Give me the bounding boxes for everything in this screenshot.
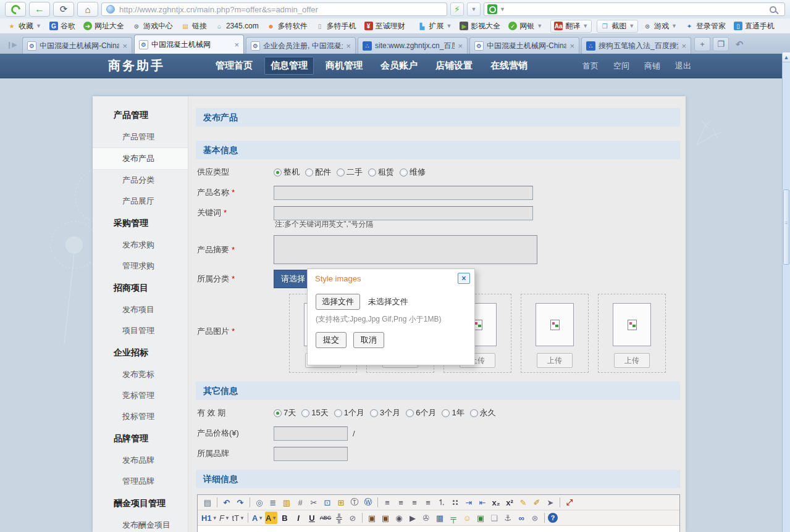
supply-type-option[interactable]: 配件 <box>305 167 331 178</box>
bookmark-item[interactable]: ★收藏▼ <box>7 21 41 31</box>
radio-icon[interactable] <box>274 409 282 417</box>
nav-item-在线营销[interactable]: 在线营销 <box>484 57 534 75</box>
radio-icon[interactable] <box>406 409 414 417</box>
search-input[interactable]: ▼ <box>484 2 785 16</box>
paste-word-icon[interactable]: Ⓦ <box>362 496 374 509</box>
supply-type-option[interactable]: 二手 <box>337 167 363 178</box>
ordered-list-icon[interactable]: ⒈ <box>435 496 448 509</box>
bookmark-item[interactable]: ▯多特手机 <box>316 21 356 31</box>
tab[interactable]: ⚙企业会员注册, 中国混凝土× <box>246 37 356 54</box>
justify-icon[interactable]: ≡ <box>422 496 434 509</box>
sidebar-item-投标管理[interactable]: 投标管理 <box>93 406 188 427</box>
bookmark-item[interactable]: ⊙游戏中心 <box>132 21 173 31</box>
radio-icon[interactable] <box>274 168 282 177</box>
new-tab-button[interactable]: + <box>694 37 710 51</box>
dialog-close-button[interactable]: × <box>458 273 470 284</box>
bookmark-item[interactable]: ▤链接 <box>181 21 207 31</box>
back-button[interactable]: ← <box>29 2 50 17</box>
cancel-button[interactable]: 取消 <box>353 332 384 348</box>
price-input[interactable] <box>274 426 348 441</box>
user-link-退出[interactable]: 退出 <box>675 60 691 72</box>
bookmark-item[interactable]: ¥至诚理财 <box>364 21 405 31</box>
anchor-icon[interactable]: ⚓ <box>502 512 514 524</box>
sidebar-item-竞标管理[interactable]: 竞标管理 <box>93 385 188 406</box>
tab-close-icon[interactable]: × <box>569 41 574 51</box>
unlink-icon[interactable]: ⊗ <box>529 512 541 524</box>
font-size-icon[interactable]: tT▼ <box>232 512 245 524</box>
browser-logo-button[interactable] <box>5 2 26 17</box>
cut-icon[interactable]: ✂ <box>308 496 320 509</box>
eraser-icon[interactable]: ⊘ <box>347 512 359 524</box>
tab-active[interactable]: ⚙中国混凝土机械网× <box>134 35 244 54</box>
submit-button[interactable]: 提交 <box>316 332 347 348</box>
help-icon[interactable]: ? <box>548 513 558 523</box>
preview-icon[interactable]: ◎ <box>253 496 266 509</box>
sidebar-item-发布酬金项目[interactable]: 发布酬金项目 <box>93 515 188 532</box>
tab-close-icon[interactable]: × <box>346 41 351 51</box>
radio-icon[interactable] <box>334 409 342 417</box>
paste-icon[interactable]: ⊞ <box>335 496 347 509</box>
bookmark-item[interactable]: ⌂2345.com <box>215 22 259 30</box>
speed-mode-button[interactable]: ⚡ <box>450 2 464 16</box>
bullet-list-icon[interactable]: ∷ <box>449 496 461 509</box>
bookmark-item[interactable]: ➔网址大全 <box>83 21 124 31</box>
sidebar-item-产品分类[interactable]: 产品分类 <box>93 170 188 191</box>
attachment-icon[interactable]: ✇ <box>420 512 432 524</box>
paste-text-icon[interactable]: Ⓣ <box>348 496 361 509</box>
toolbar-tool-item[interactable]: Aa翻译▼ <box>550 20 592 33</box>
user-link-空间[interactable]: 空间 <box>613 60 629 72</box>
sidebar-item-管理品牌[interactable]: 管理品牌 <box>93 471 188 492</box>
supply-type-option[interactable]: 租赁 <box>368 167 394 178</box>
choose-file-button[interactable]: 选择文件 <box>316 294 360 310</box>
sidebar-item-项目管理[interactable]: 项目管理 <box>93 320 188 341</box>
product-name-input[interactable] <box>274 186 533 200</box>
radio-icon[interactable] <box>305 168 313 177</box>
supply-type-option[interactable]: 整机 <box>274 167 300 178</box>
validity-option[interactable]: 6个月 <box>406 407 436 418</box>
supply-type-option[interactable]: 维修 <box>400 167 426 178</box>
toolbar-tool-item[interactable]: ▙扩展▼ <box>418 21 452 31</box>
radio-icon[interactable] <box>400 168 408 177</box>
tab-close-icon[interactable]: × <box>122 41 127 51</box>
upload-button[interactable]: 上传 <box>537 353 573 368</box>
page-props-icon[interactable]: ▥ <box>280 496 293 509</box>
sidebar-item-发布项目[interactable]: 发布项目 <box>93 299 188 320</box>
insert-images-icon[interactable]: ▣ <box>379 512 392 524</box>
validity-option[interactable]: 3个月 <box>370 407 400 418</box>
bg-color-icon[interactable]: A▼ <box>265 512 277 524</box>
tab[interactable]: ∴搜狗五笔输入法_百度搜索× <box>581 37 691 54</box>
summary-textarea[interactable] <box>274 235 537 264</box>
address-bar[interactable]: http://www.zghntjx.cn/main.php?m=offer&s… <box>101 2 447 16</box>
address-dropdown-button[interactable]: ▼ <box>467 2 481 16</box>
page-scrollbar[interactable]: ▲ ≡ <box>782 52 790 532</box>
radio-icon[interactable] <box>470 409 478 417</box>
font-family-icon[interactable]: F▼ <box>219 512 231 524</box>
toolbar-tool-item[interactable]: ▯直通手机 <box>734 21 775 31</box>
nav-item-管理首页[interactable]: 管理首页 <box>209 57 259 75</box>
quick-format-icon[interactable]: ✐ <box>531 496 543 509</box>
code-icon[interactable]: # <box>294 496 306 509</box>
refresh-button[interactable]: ⟳ <box>53 2 74 17</box>
url-text[interactable]: http://www.zghntjx.cn/main.php?m=offer&s… <box>119 5 318 14</box>
radio-icon[interactable] <box>301 409 309 417</box>
nav-item-会员账户[interactable]: 会员账户 <box>374 57 424 75</box>
sidebar-item-发布品牌[interactable]: 发布品牌 <box>93 450 188 471</box>
radio-icon[interactable] <box>368 168 376 177</box>
editor-canvas[interactable] <box>198 526 679 532</box>
align-right-icon[interactable]: ≡ <box>408 496 421 509</box>
flash-icon[interactable]: ◉ <box>393 512 405 524</box>
reopen-closed-tab-button[interactable]: ↶ <box>731 37 747 51</box>
emoticon-icon[interactable]: ☺ <box>461 512 473 524</box>
keywords-input[interactable] <box>274 206 533 220</box>
nav-item-商机管理[interactable]: 商机管理 <box>319 57 369 75</box>
text-color-icon[interactable]: A▼ <box>251 512 264 524</box>
border-icon[interactable]: ╬ <box>333 512 345 524</box>
print-icon[interactable]: ≣ <box>267 496 279 509</box>
validity-option[interactable]: 永久 <box>470 407 496 418</box>
media-icon[interactable]: ▶ <box>406 512 419 524</box>
tab[interactable]: ⚙中国混凝土机械网-China× <box>469 37 579 54</box>
superscript-icon[interactable]: x² <box>503 496 516 509</box>
tab[interactable]: ∴site:www.zghntjx.cn_百度× <box>358 37 468 54</box>
tab-close-icon[interactable]: × <box>234 40 239 49</box>
home-button[interactable]: ⌂ <box>77 2 98 17</box>
